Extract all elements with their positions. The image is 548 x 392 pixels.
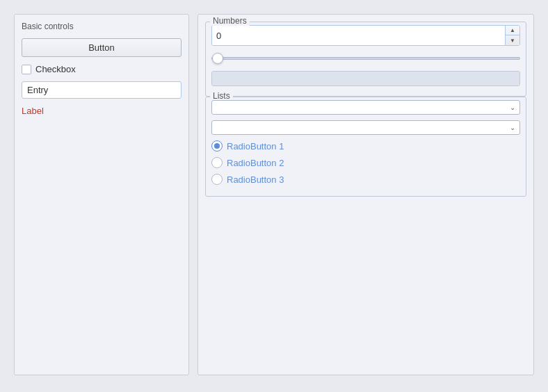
numbers-section: Numbers ▲ ▼ [205,22,526,97]
spin-down-button[interactable]: ▼ [506,35,519,45]
spinbutton: ▲ ▼ [211,25,520,46]
button[interactable]: Button [22,38,182,57]
main-container: Basic controls Button Checkbox Label Num… [14,14,534,375]
checkbox-input[interactable] [22,65,31,74]
radio-button-2-indicator [211,157,223,168]
radio-button-1-indicator [211,140,223,152]
checkbox-row: Checkbox [22,64,182,74]
label-text: Label [22,106,182,116]
lists-title: Lists [210,91,233,101]
spin-up-button[interactable]: ▲ [506,26,519,35]
radio-button-1-row[interactable]: RadioButton 1 [211,140,520,152]
radio-button-1-label: RadioButton 1 [227,141,284,152]
spinbutton-input[interactable] [212,26,505,45]
basic-controls-title: Basic controls [22,22,182,31]
spinbutton-arrows: ▲ ▼ [505,26,519,45]
combobox-1-arrow: ⌄ [510,104,515,111]
checkbox-label: Checkbox [35,64,76,74]
radio-button-2-label: RadioButton 2 [227,158,284,168]
progressbar-fill [212,72,519,85]
radio-button-3-row[interactable]: RadioButton 3 [211,174,520,185]
numbers-title: Numbers [210,16,250,26]
lists-section: Lists ⌄ ⌄ RadioButton 1 RadioButton 2 Ra [205,97,526,197]
radio-button-2-row[interactable]: RadioButton 2 [211,157,520,168]
combobox-2[interactable]: ⌄ [211,120,520,135]
left-panel: Basic controls Button Checkbox Label [14,14,189,375]
scale-slider[interactable] [211,51,520,65]
combobox-2-arrow: ⌄ [510,124,515,131]
right-panel: Numbers ▲ ▼ Lists ⌄ ⌄ [198,14,534,375]
progressbar [211,71,520,86]
entry-input[interactable] [22,81,182,99]
radio-button-3-indicator [211,174,223,185]
combobox-1[interactable]: ⌄ [211,100,520,115]
radio-button-3-label: RadioButton 3 [227,174,284,185]
